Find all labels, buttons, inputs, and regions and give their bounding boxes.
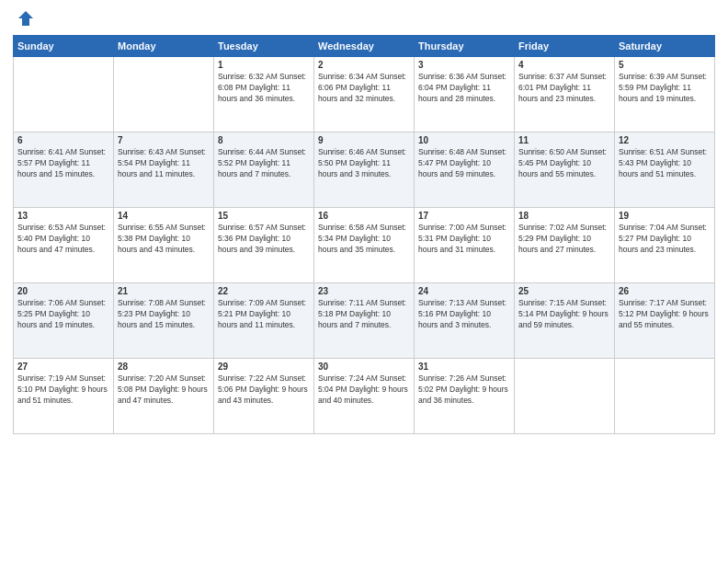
calendar-cell: 7Sunrise: 6:43 AM Sunset: 5:54 PM Daylig… <box>114 132 214 208</box>
day-number: 11 <box>518 135 610 145</box>
calendar-cell: 30Sunrise: 7:24 AM Sunset: 5:04 PM Dayli… <box>314 359 415 434</box>
day-info: Sunrise: 6:51 AM Sunset: 5:43 PM Dayligh… <box>619 147 711 180</box>
day-number: 10 <box>418 135 510 145</box>
calendar-cell: 29Sunrise: 7:22 AM Sunset: 5:06 PM Dayli… <box>214 359 314 434</box>
calendar-cell: 19Sunrise: 7:04 AM Sunset: 5:27 PM Dayli… <box>615 208 715 283</box>
day-info: Sunrise: 7:06 AM Sunset: 5:25 PM Dayligh… <box>17 298 109 331</box>
day-number: 2 <box>318 60 410 70</box>
day-number: 28 <box>118 362 210 372</box>
calendar-cell <box>114 57 214 132</box>
day-info: Sunrise: 6:39 AM Sunset: 5:59 PM Dayligh… <box>619 72 711 105</box>
calendar-cell: 1Sunrise: 6:32 AM Sunset: 6:08 PM Daylig… <box>214 57 314 132</box>
calendar-cell: 5Sunrise: 6:39 AM Sunset: 5:59 PM Daylig… <box>615 57 715 132</box>
calendar-cell: 31Sunrise: 7:26 AM Sunset: 5:02 PM Dayli… <box>415 359 515 434</box>
day-info: Sunrise: 6:57 AM Sunset: 5:36 PM Dayligh… <box>218 223 310 256</box>
calendar-cell: 16Sunrise: 6:58 AM Sunset: 5:34 PM Dayli… <box>314 208 415 283</box>
calendar-cell <box>14 57 114 132</box>
calendar-cell <box>515 359 615 434</box>
calendar-cell: 13Sunrise: 6:53 AM Sunset: 5:40 PM Dayli… <box>14 208 114 283</box>
calendar-cell: 26Sunrise: 7:17 AM Sunset: 5:12 PM Dayli… <box>615 283 715 359</box>
day-number: 30 <box>318 362 410 372</box>
weekday-header: Monday <box>114 36 214 57</box>
day-info: Sunrise: 6:46 AM Sunset: 5:50 PM Dayligh… <box>318 147 410 180</box>
day-info: Sunrise: 7:08 AM Sunset: 5:23 PM Dayligh… <box>118 298 210 331</box>
calendar-cell: 15Sunrise: 6:57 AM Sunset: 5:36 PM Dayli… <box>214 208 314 283</box>
day-info: Sunrise: 7:13 AM Sunset: 5:16 PM Dayligh… <box>418 298 510 331</box>
day-number: 29 <box>218 362 310 372</box>
day-info: Sunrise: 6:48 AM Sunset: 5:47 PM Dayligh… <box>418 147 510 180</box>
weekday-header-row: SundayMondayTuesdayWednesdayThursdayFrid… <box>14 36 715 57</box>
weekday-header: Sunday <box>14 36 114 57</box>
day-number: 6 <box>17 135 109 145</box>
day-number: 8 <box>218 135 310 145</box>
calendar-week-row: 27Sunrise: 7:19 AM Sunset: 5:10 PM Dayli… <box>14 359 715 434</box>
calendar-cell: 14Sunrise: 6:55 AM Sunset: 5:38 PM Dayli… <box>114 208 214 283</box>
weekday-header: Friday <box>515 36 615 57</box>
day-info: Sunrise: 7:04 AM Sunset: 5:27 PM Dayligh… <box>619 223 711 256</box>
day-number: 25 <box>518 286 610 296</box>
day-info: Sunrise: 6:36 AM Sunset: 6:04 PM Dayligh… <box>418 72 510 105</box>
calendar-cell: 2Sunrise: 6:34 AM Sunset: 6:06 PM Daylig… <box>314 57 415 132</box>
day-number: 18 <box>518 211 610 221</box>
calendar-cell: 22Sunrise: 7:09 AM Sunset: 5:21 PM Dayli… <box>214 283 314 359</box>
calendar-cell: 8Sunrise: 6:44 AM Sunset: 5:52 PM Daylig… <box>214 132 314 208</box>
day-info: Sunrise: 6:55 AM Sunset: 5:38 PM Dayligh… <box>118 223 210 256</box>
header <box>13 9 715 28</box>
day-info: Sunrise: 7:11 AM Sunset: 5:18 PM Dayligh… <box>318 298 410 331</box>
logo <box>13 9 35 28</box>
day-info: Sunrise: 7:22 AM Sunset: 5:06 PM Dayligh… <box>218 373 310 407</box>
calendar-cell: 18Sunrise: 7:02 AM Sunset: 5:29 PM Dayli… <box>515 208 615 283</box>
svg-marker-0 <box>18 11 33 26</box>
day-number: 26 <box>619 286 711 296</box>
day-number: 5 <box>619 60 711 70</box>
calendar-cell: 27Sunrise: 7:19 AM Sunset: 5:10 PM Dayli… <box>14 359 114 434</box>
day-number: 22 <box>218 286 310 296</box>
calendar-cell: 11Sunrise: 6:50 AM Sunset: 5:45 PM Dayli… <box>515 132 615 208</box>
day-info: Sunrise: 7:15 AM Sunset: 5:14 PM Dayligh… <box>518 298 610 331</box>
calendar-cell: 3Sunrise: 6:36 AM Sunset: 6:04 PM Daylig… <box>415 57 515 132</box>
calendar-cell: 21Sunrise: 7:08 AM Sunset: 5:23 PM Dayli… <box>114 283 214 359</box>
day-info: Sunrise: 6:34 AM Sunset: 6:06 PM Dayligh… <box>318 72 410 105</box>
day-info: Sunrise: 7:24 AM Sunset: 5:04 PM Dayligh… <box>318 373 410 407</box>
calendar-table: SundayMondayTuesdayWednesdayThursdayFrid… <box>13 35 715 434</box>
day-info: Sunrise: 6:37 AM Sunset: 6:01 PM Dayligh… <box>518 72 610 105</box>
calendar-cell <box>615 359 715 434</box>
day-info: Sunrise: 7:09 AM Sunset: 5:21 PM Dayligh… <box>218 298 310 331</box>
day-info: Sunrise: 7:00 AM Sunset: 5:31 PM Dayligh… <box>418 223 510 256</box>
calendar-cell: 28Sunrise: 7:20 AM Sunset: 5:08 PM Dayli… <box>114 359 214 434</box>
day-info: Sunrise: 7:02 AM Sunset: 5:29 PM Dayligh… <box>518 223 610 256</box>
day-info: Sunrise: 6:58 AM Sunset: 5:34 PM Dayligh… <box>318 223 410 256</box>
day-number: 31 <box>418 362 510 372</box>
calendar-cell: 23Sunrise: 7:11 AM Sunset: 5:18 PM Dayli… <box>314 283 415 359</box>
day-number: 27 <box>17 362 109 372</box>
day-number: 19 <box>619 211 711 221</box>
calendar-cell: 4Sunrise: 6:37 AM Sunset: 6:01 PM Daylig… <box>515 57 615 132</box>
day-number: 20 <box>17 286 109 296</box>
day-number: 12 <box>619 135 711 145</box>
day-info: Sunrise: 6:43 AM Sunset: 5:54 PM Dayligh… <box>118 147 210 180</box>
day-info: Sunrise: 7:17 AM Sunset: 5:12 PM Dayligh… <box>619 298 711 331</box>
day-info: Sunrise: 7:26 AM Sunset: 5:02 PM Dayligh… <box>418 373 510 407</box>
calendar-cell: 25Sunrise: 7:15 AM Sunset: 5:14 PM Dayli… <box>515 283 615 359</box>
weekday-header: Thursday <box>415 36 515 57</box>
day-info: Sunrise: 6:41 AM Sunset: 5:57 PM Dayligh… <box>17 147 109 180</box>
page: SundayMondayTuesdayWednesdayThursdayFrid… <box>0 0 728 563</box>
day-number: 17 <box>418 211 510 221</box>
weekday-header: Wednesday <box>314 36 415 57</box>
calendar-week-row: 13Sunrise: 6:53 AM Sunset: 5:40 PM Dayli… <box>14 208 715 283</box>
day-number: 1 <box>218 60 310 70</box>
day-number: 24 <box>418 286 510 296</box>
weekday-header: Saturday <box>615 36 715 57</box>
weekday-header: Tuesday <box>214 36 314 57</box>
day-number: 4 <box>518 60 610 70</box>
day-number: 7 <box>118 135 210 145</box>
logo-text <box>13 9 35 28</box>
day-number: 13 <box>17 211 109 221</box>
calendar-week-row: 6Sunrise: 6:41 AM Sunset: 5:57 PM Daylig… <box>14 132 715 208</box>
day-info: Sunrise: 6:50 AM Sunset: 5:45 PM Dayligh… <box>518 147 610 180</box>
calendar-cell: 6Sunrise: 6:41 AM Sunset: 5:57 PM Daylig… <box>14 132 114 208</box>
logo-icon <box>17 9 35 28</box>
calendar-cell: 20Sunrise: 7:06 AM Sunset: 5:25 PM Dayli… <box>14 283 114 359</box>
calendar-week-row: 1Sunrise: 6:32 AM Sunset: 6:08 PM Daylig… <box>14 57 715 132</box>
calendar-week-row: 20Sunrise: 7:06 AM Sunset: 5:25 PM Dayli… <box>14 283 715 359</box>
